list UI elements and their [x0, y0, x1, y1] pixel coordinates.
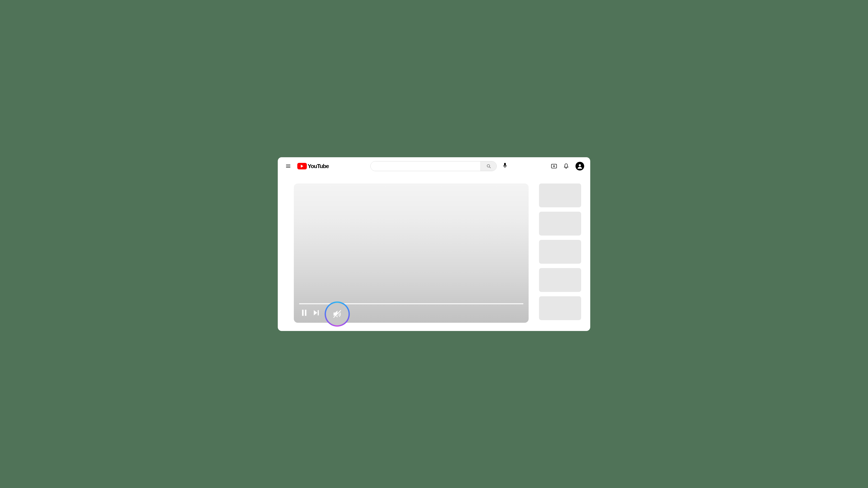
svg-rect-10: [318, 310, 319, 315]
next-button[interactable]: [311, 307, 321, 318]
account-icon: [577, 163, 583, 169]
menu-icon: [286, 164, 291, 169]
account-button[interactable]: [576, 162, 584, 170]
next-icon: [313, 310, 319, 316]
microphone-icon: [503, 163, 507, 168]
mute-button[interactable]: [326, 303, 348, 325]
svg-rect-9: [305, 310, 306, 316]
search-box: [370, 161, 497, 171]
bell-icon: [564, 163, 568, 169]
suggested-thumbnail[interactable]: [539, 296, 581, 320]
pause-icon: [302, 310, 307, 316]
svg-line-1: [489, 167, 490, 168]
app-window: YouTube: [278, 157, 590, 331]
pause-button[interactable]: [299, 307, 309, 318]
voice-search-button[interactable]: [501, 161, 509, 170]
search-icon: [486, 164, 491, 168]
masthead: YouTube: [278, 157, 590, 175]
header-actions: [551, 162, 584, 170]
content-area: [278, 175, 590, 331]
create-icon: [551, 164, 557, 168]
youtube-play-icon: [297, 163, 307, 169]
suggested-thumbnail[interactable]: [539, 184, 581, 207]
youtube-logo[interactable]: YouTube: [297, 163, 329, 170]
guide-menu-button[interactable]: [284, 162, 292, 170]
suggested-thumbnail[interactable]: [539, 240, 581, 264]
player-controls: [299, 307, 321, 318]
notifications-button[interactable]: [564, 163, 568, 169]
suggested-thumbnail[interactable]: [539, 268, 581, 292]
video-player[interactable]: [294, 184, 529, 323]
suggested-videos: [539, 184, 581, 323]
youtube-wordmark: YouTube: [308, 163, 329, 170]
create-button[interactable]: [551, 164, 557, 168]
search-input[interactable]: [371, 161, 480, 171]
mute-highlight-ring: [324, 301, 350, 327]
search-button[interactable]: [480, 161, 496, 171]
suggested-thumbnail[interactable]: [539, 212, 581, 235]
mute-icon: [331, 308, 343, 320]
svg-point-7: [579, 164, 581, 166]
svg-rect-2: [504, 163, 506, 166]
svg-rect-8: [302, 310, 304, 316]
search-container: [329, 161, 551, 171]
